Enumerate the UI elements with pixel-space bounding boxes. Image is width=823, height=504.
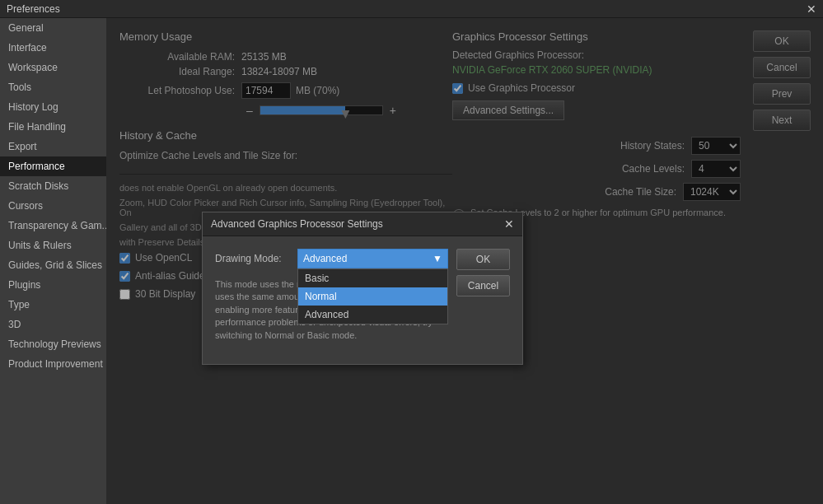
sidebar-item-general[interactable]: General xyxy=(0,18,106,38)
sidebar-item-performance[interactable]: Performance xyxy=(0,156,106,176)
modal-ok-button[interactable]: OK xyxy=(456,249,510,270)
drawing-mode-label: Drawing Mode: xyxy=(215,253,297,264)
drawing-mode-selected[interactable]: Advanced ▼ xyxy=(297,249,448,268)
drawing-mode-dropdown-list: Basic Normal Advanced xyxy=(297,268,448,324)
modal-overlay: Advanced Graphics Processor Settings ✕ D… xyxy=(107,18,823,504)
app-title: Preferences xyxy=(7,3,60,15)
sidebar-item-transparency[interactable]: Transparency & Gam... xyxy=(0,216,106,236)
dropdown-arrow-icon: ▼ xyxy=(433,253,442,264)
modal-body: Drawing Mode: Advanced ▼ Basic Normal xyxy=(203,236,522,364)
sidebar-item-plugins[interactable]: Plugins xyxy=(0,275,106,295)
app-close-button[interactable]: ✕ xyxy=(807,3,816,15)
dropdown-option-normal[interactable]: Normal xyxy=(298,287,447,306)
dropdown-option-basic[interactable]: Basic xyxy=(298,269,447,287)
modal-buttons: OK Cancel xyxy=(456,249,510,352)
sidebar-item-tech-previews[interactable]: Technology Previews xyxy=(0,334,106,354)
sidebar-item-export[interactable]: Export xyxy=(0,137,106,156)
sidebar-item-product-improvement[interactable]: Product Improvement xyxy=(0,354,106,374)
content-area: Memory Usage Available RAM: 25135 MB Ide… xyxy=(107,18,823,504)
modal-cancel-button[interactable]: Cancel xyxy=(456,275,510,296)
modal-dialog: Advanced Graphics Processor Settings ✕ D… xyxy=(202,212,523,365)
sidebar-item-tools[interactable]: Tools xyxy=(0,77,106,97)
drawing-mode-dropdown-wrapper: Advanced ▼ Basic Normal Advanced xyxy=(297,249,448,268)
sidebar-item-cursors[interactable]: Cursors xyxy=(0,196,106,216)
sidebar-item-file-handling[interactable]: File Handling xyxy=(0,117,106,137)
main-container: GeneralInterfaceWorkspaceToolsHistory Lo… xyxy=(0,18,823,504)
dropdown-option-advanced[interactable]: Advanced xyxy=(298,306,447,324)
title-bar: Preferences ✕ xyxy=(0,0,823,18)
sidebar: GeneralInterfaceWorkspaceToolsHistory Lo… xyxy=(0,18,107,504)
drawing-mode-row: Drawing Mode: Advanced ▼ Basic Normal xyxy=(215,249,448,268)
sidebar-item-units-rulers[interactable]: Units & Rulers xyxy=(0,236,106,255)
modal-title: Advanced Graphics Processor Settings xyxy=(211,218,383,230)
sidebar-item-3d[interactable]: 3D xyxy=(0,315,106,334)
modal-title-bar: Advanced Graphics Processor Settings ✕ xyxy=(203,212,522,236)
drawing-mode-value: Advanced xyxy=(303,253,347,264)
sidebar-item-history-log[interactable]: History Log xyxy=(0,97,106,117)
sidebar-item-guides-grid[interactable]: Guides, Grid & Slices xyxy=(0,255,106,275)
sidebar-item-interface[interactable]: Interface xyxy=(0,38,106,58)
modal-close-button[interactable]: ✕ xyxy=(504,217,514,231)
sidebar-item-workspace[interactable]: Workspace xyxy=(0,58,106,77)
sidebar-item-type[interactable]: Type xyxy=(0,295,106,315)
sidebar-item-scratch-disks[interactable]: Scratch Disks xyxy=(0,176,106,196)
